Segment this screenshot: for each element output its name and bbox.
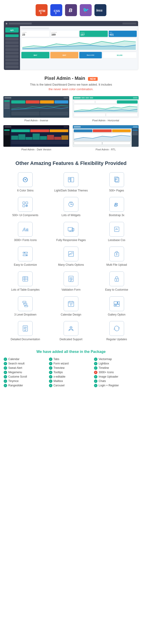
svg-rect-12 <box>71 178 74 182</box>
pkg-treeview: ✓ Megamenu <box>4 370 48 374</box>
package-col-1: ✓ Calendar ✓ Search result ✓ Sweat Alert… <box>4 357 48 388</box>
feature-table: Lots of Table Examples <box>4 272 47 292</box>
label-sidebar-themes: Light/Dark Sidebar Themes <box>54 189 88 192</box>
icon-wrap-validation <box>64 272 78 286</box>
icon-wrap-upload <box>109 246 124 261</box>
icon-wrap-fonts: Aa <box>18 222 33 237</box>
icon-wrap-widgets <box>64 197 78 212</box>
pkg-tabs: ✓ Treeview <box>49 366 93 370</box>
package-grid: ✓ Calendar ✓ Search result ✓ Sweat Alert… <box>4 357 138 388</box>
feature-fonts: Aa 3000+ Fonts Icons <box>4 222 47 242</box>
svg-rect-40 <box>23 252 28 253</box>
label-customize: Easy to Customize <box>14 263 37 267</box>
feature-ui-components: 500+ Ui Components <box>4 197 47 217</box>
pkg-sweat-alert: ✓ Vectormap <box>94 357 138 362</box>
package-col-3: ✓ Vectormap ✓ Lightbox ✓ Timeline ✗ 3000… <box>94 357 138 388</box>
features-title: Other Amazing Features & Flexibility Pro… <box>4 160 138 167</box>
caption-dark: Pixel Admin - Dark Version <box>3 148 70 151</box>
pkg-mailbox: ✓ Custome Scroll <box>4 374 48 379</box>
check-icon-login-register: ✓ <box>94 384 97 387</box>
svg-point-39 <box>117 229 118 229</box>
feature-easy-customise: Easy to Customise <box>95 272 138 292</box>
label-table: Lots of Table Examples <box>11 288 40 292</box>
pkg-form-wizard: ✓ Timeline <box>94 366 138 370</box>
feature-responsive: Fully Responsive Pages <box>49 222 93 242</box>
feature-dropdown: 3 Level Dropdown <box>4 296 47 317</box>
package-section: We have added all these in the Package ✓… <box>0 345 142 392</box>
pkg-tooltips: ✓ Tooltips <box>49 370 93 374</box>
pkg-label-tabs: Treeview <box>54 366 65 370</box>
svg-rect-74 <box>114 302 117 304</box>
svg-text:B: B <box>69 8 72 13</box>
package-col-2: ✓ Tabs ✓ Form wizard ✓ Treeview ✓ Toolti… <box>49 357 93 388</box>
label-pages: 500+ Pages <box>109 189 124 192</box>
check-icon-carousel: ✓ <box>49 375 52 378</box>
feature-pages: 500+ Pages <box>95 172 138 192</box>
check-icon-sweat-alert: ✓ <box>94 358 97 361</box>
main-title: Pixel Admin - Main <box>44 76 85 81</box>
feature-charts: Many Charts Options <box>49 246 93 267</box>
check-icon-chats: ✓ <box>49 384 52 387</box>
check-icon-rangeslider: ✓ <box>4 366 7 370</box>
svg-point-79 <box>114 305 115 306</box>
pkg-label-calendar: Calendar <box>8 358 19 361</box>
feature-bootstrap: B Bootstrap 3x <box>95 197 138 217</box>
pkg-label-carousel: x-editable <box>54 375 66 378</box>
svg-text:B: B <box>114 202 118 208</box>
css3-logo: CSS3 <box>50 4 62 16</box>
svg-point-47 <box>70 253 70 254</box>
icon-wrap-pages <box>109 172 124 187</box>
svg-text:HTML: HTML <box>39 9 45 13</box>
icon-wrap-color-skins <box>18 172 33 187</box>
main-description: This is the latest Dashboard Demo we hav… <box>0 82 142 92</box>
svg-point-38 <box>115 230 116 230</box>
icon-wrap-updates <box>109 321 124 336</box>
pkg-label-megamenu: Search result <box>8 362 25 365</box>
pkg-vectormap: ✓ Image Uploader <box>94 374 138 379</box>
pkg-label-x-editable: 3000+ Icons <box>99 371 114 374</box>
label-lessbase: Lessbase Css <box>108 238 125 242</box>
pkg-label-login-register: Login + Register <box>99 384 119 387</box>
features-grid: 6 Color Skins Light/Dark Sidebar Themes <box>4 172 138 342</box>
label-fonts: 3000+ Fonts Icons <box>14 238 37 242</box>
thumb-dark <box>3 125 70 147</box>
label-ui-components: 500+ Ui Components <box>12 214 38 217</box>
woo-logo: 🐦 <box>80 4 92 16</box>
pkg-label-tinymce: Lightbox <box>99 362 109 365</box>
pkg-label-sweat-alert: Vectormap <box>99 358 112 361</box>
svg-rect-21 <box>23 202 25 204</box>
less-logo: less <box>94 4 106 16</box>
label-documentation: Detailed Documentation <box>10 338 40 342</box>
feature-upload: Multi File Upload <box>95 246 138 267</box>
feature-gallery: Gallery Option <box>95 296 138 317</box>
feature-calendar: 17 Calendar Design <box>49 296 93 317</box>
feature-customize: Easy to Customize <box>4 246 47 267</box>
icon-wrap-lessbase <box>109 222 124 237</box>
check-icon-treeview: ✓ <box>4 371 7 374</box>
svg-text:17: 17 <box>70 303 72 306</box>
check-icon-megamenu: ✓ <box>4 362 7 365</box>
label-bootstrap: Bootstrap 3x <box>109 214 124 217</box>
check-icon-tabs: ✓ <box>49 366 52 370</box>
thumb-inverse <box>3 96 70 118</box>
label-support: Dedicated Support <box>60 338 82 342</box>
pkg-icons: ✓ Chats <box>94 379 138 383</box>
svg-text:5: 5 <box>40 12 42 14</box>
label-dropdown: 3 Level Dropdown <box>14 313 37 317</box>
icon-wrap-support <box>64 321 78 336</box>
check-icon-x-editable: ✗ <box>94 371 97 374</box>
icon-wrap-easy-customise <box>109 272 124 286</box>
feature-color-skins: 6 Color Skins <box>4 172 47 192</box>
pkg-label-rangeslider: Sweat Alert <box>8 366 22 370</box>
svg-point-49 <box>72 252 72 253</box>
caption-horizontal: Pixel Admin - Horizontal <box>72 119 139 122</box>
screenshot-rtl: Pixel Admin - RTL <box>72 125 139 151</box>
pkg-label-chats: Carousel <box>54 384 65 387</box>
tech-logos-row: HTML5 CSS3 B 🐦 less <box>0 0 142 19</box>
svg-point-43 <box>26 255 27 256</box>
pkg-label-lightbox: Tinymce <box>8 380 19 383</box>
html5-logo: HTML5 <box>36 4 48 16</box>
svg-rect-22 <box>26 202 28 204</box>
icon-wrap-gallery <box>109 296 124 311</box>
feature-updates: Regular Updates <box>95 321 138 342</box>
